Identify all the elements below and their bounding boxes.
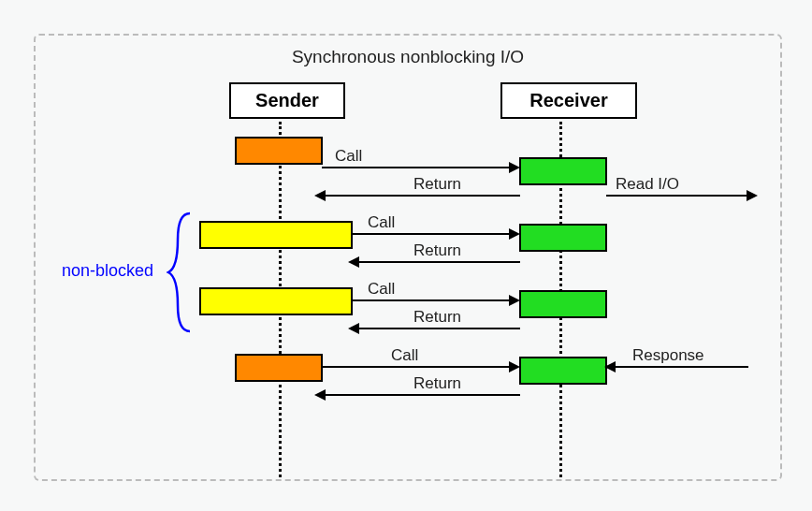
return-arrow-4	[326, 394, 520, 396]
receiver-activation-2	[519, 224, 607, 252]
call-arrow-2	[352, 233, 511, 235]
return-label-4: Return	[413, 374, 461, 393]
return-arrowhead-3	[348, 323, 359, 334]
readio-label: Read I/O	[616, 175, 679, 194]
return-label-3: Return	[413, 308, 461, 327]
return-arrowhead-1	[314, 190, 326, 201]
diagram-title: Synchronous nonblocking I/O	[292, 47, 524, 67]
receiver-actor: Receiver	[500, 82, 637, 119]
return-arrow-3	[359, 328, 520, 329]
readio-arrowhead	[747, 190, 758, 201]
return-arrowhead-2	[348, 256, 359, 268]
call-arrow-4	[322, 366, 511, 368]
diagram-frame: Synchronous nonblocking I/O Sender Recei…	[34, 34, 782, 481]
call-arrow-3	[352, 299, 511, 301]
response-label: Response	[632, 346, 704, 365]
call-arrow-1	[322, 167, 511, 168]
call-label-3: Call	[368, 280, 395, 299]
return-arrow-1	[326, 195, 520, 197]
call-label-4: Call	[391, 346, 418, 365]
response-arrow	[616, 366, 748, 368]
return-label-1: Return	[413, 175, 461, 194]
readio-arrow	[606, 195, 748, 197]
call-label-2: Call	[368, 213, 395, 232]
brace-icon	[167, 212, 195, 333]
sender-actor: Sender	[229, 82, 345, 119]
receiver-activation-1	[519, 157, 607, 185]
nonblocked-label: non-blocked	[62, 261, 153, 281]
sender-activation-2	[199, 221, 353, 249]
sender-activation-1	[235, 137, 323, 165]
sender-activation-3	[199, 287, 353, 315]
return-arrowhead-4	[314, 389, 326, 401]
return-label-2: Return	[413, 241, 461, 260]
receiver-activation-4	[519, 357, 607, 385]
receiver-activation-3	[519, 290, 607, 318]
sender-activation-4	[235, 354, 323, 382]
call-label-1: Call	[335, 147, 362, 166]
response-arrowhead	[604, 361, 616, 372]
return-arrow-2	[359, 261, 520, 263]
